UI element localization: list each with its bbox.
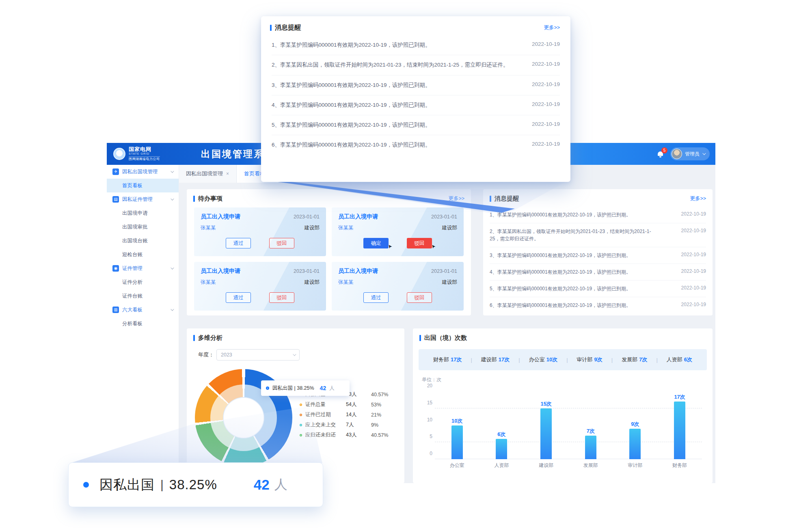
todo-card: 员工出入境申请2023-01-01 张某某建设部 通过 驳回 — [332, 262, 464, 311]
bar-office[interactable]: 10次 — [451, 425, 463, 460]
message-row[interactable]: 1、李某某护照编码000001有效期为2022-10-19，该护照已到期。202… — [490, 207, 706, 223]
message-row[interactable]: 5、李某某护照编码000001有效期为2022-10-19，该护照已到期。202… — [272, 115, 560, 135]
chart-unit-label: 单位：次 — [422, 376, 441, 383]
legend-dot-icon — [300, 414, 302, 416]
sidebar-item-home-board[interactable]: 首页看板 — [107, 179, 179, 192]
message-row[interactable]: 2、李某某因私出国，领取证件开始时间为2021-01-23，结束时间为2021-… — [490, 223, 706, 247]
chevron-down-icon — [293, 352, 296, 356]
sidebar-group-private-cert[interactable]: ▤ 因私证件管理 — [107, 192, 179, 206]
logo-subtitle: STATE GRID — [129, 152, 160, 155]
message-row[interactable]: 4、李某某护照编码000001有效期为2022-10-19，该护照已到期。202… — [490, 264, 706, 281]
legend-item: 应上交未上交7人9% — [300, 420, 388, 430]
bar-development[interactable]: 7次 — [585, 436, 596, 459]
popup-title: 消息提醒 — [275, 24, 301, 32]
messages-panel: 消息提醒 更多>> 1、李某某护照编码000001有效期为2022-10-19，… — [483, 189, 713, 315]
legend-item: 证件总量54人53% — [300, 399, 388, 410]
sidebar-group-six-boards[interactable]: ▥ 六大看板 — [107, 303, 179, 317]
page: 国家电网 STATE GRID 国网湖南省电力公司 出国境管理系统 5 管理员 … — [0, 0, 812, 529]
chart-legend: 因私出国43人40.57% 证件总量54人53% 证件已过期14人21% 应上交… — [300, 389, 388, 440]
bar-audit[interactable]: 9次 — [629, 429, 641, 459]
message-row[interactable]: 3、李某某护照编码000001有效期为2022-10-19，该护照已到期。202… — [490, 247, 706, 264]
ring-icon — [266, 386, 269, 390]
sidebar-item-cert-ledger[interactable]: 证件台账 — [107, 289, 179, 303]
sidebar-group-private-exit[interactable]: ✈ 因私出国境管理 — [107, 165, 179, 179]
todo-panel: 待办事项 更多>> 员工出入境申请2023-01-01 张某某建设部 通过 驳回… — [187, 189, 471, 315]
todo-card: 员工出入境申请2023-01-01 张某某建设部 通过 驳回 — [194, 262, 326, 311]
user-menu[interactable]: 管理员 — [670, 147, 710, 160]
approve-button[interactable]: 通过 — [226, 292, 251, 303]
bar-chart: 0 5 10 15 20 10次办公室 6次人资部 15次建设部 7次发展部 9… — [424, 385, 704, 471]
message-row[interactable]: 3、李某某护照编码000001有效期为2022-10-19，该护照已到期。202… — [272, 76, 560, 95]
title-bar-accent — [193, 196, 195, 202]
confirm-button[interactable]: 确定➤ — [363, 238, 389, 248]
sidebar-item-cert-analysis[interactable]: 证件分析 — [107, 275, 179, 289]
sidebar-item-exit-ledger[interactable]: 出国境台账 — [107, 234, 179, 248]
legend-dot-icon — [300, 424, 302, 426]
messages-popup: 消息提醒 更多>> 1、李某某护照编码000001有效期为2022-10-19，… — [261, 16, 570, 182]
sidebar-group-cert-mgmt[interactable]: ◉ 证件管理 — [107, 261, 179, 275]
message-row[interactable]: 6、李某某护照编码000001有效期为2022-10-19，该护照已到期。202… — [490, 297, 706, 313]
todo-card: 员工出入境申请2023-01-01 张某某建设部 确定➤ 驳回➤ — [332, 207, 464, 256]
close-icon[interactable]: × — [226, 171, 229, 177]
plane-icon: ✈ — [112, 168, 119, 175]
chart-tooltip: 因私出国 | 38.25% 42 人 — [261, 380, 350, 396]
messages-title: 消息提醒 — [495, 195, 519, 203]
reject-button[interactable]: 驳回 — [407, 292, 432, 303]
legend-item: 应归还未归还43人40.57% — [300, 430, 388, 440]
donut-hole — [223, 397, 264, 438]
notification-badge: 5 — [661, 147, 667, 153]
reject-button[interactable]: 驳回 — [269, 292, 294, 303]
logo-title: 国家电网 — [129, 147, 160, 152]
approve-button[interactable]: 通过 — [363, 292, 389, 303]
title-bar-accent — [270, 25, 272, 31]
reject-button[interactable]: 驳回 — [269, 238, 294, 248]
logo-company: 国网湖南省电力公司 — [129, 156, 160, 161]
todo-card: 员工出入境申请2023-01-01 张某某建设部 通过 驳回 — [194, 207, 326, 256]
bar-finance[interactable]: 17次 — [674, 402, 685, 459]
analysis-panel: 多维分析 年度： 2023 因私出国 | 38.25% 42 人 因私出国43人… — [187, 328, 404, 483]
notification-bell-icon[interactable]: 5 — [657, 150, 665, 158]
certificate-icon: ◉ — [112, 265, 119, 272]
legend-dot-icon — [300, 434, 302, 436]
bar-construction[interactable]: 15次 — [540, 408, 552, 459]
dashboard-icon: ▥ — [112, 307, 119, 313]
logo: 国家电网 STATE GRID 国网湖南省电力公司 — [107, 147, 188, 161]
bar-hr[interactable]: 6次 — [496, 439, 507, 459]
legend-item: 证件已过期14人21% — [300, 410, 388, 420]
chevron-down-icon — [702, 151, 706, 155]
mouse-cursor-icon: ➤ — [384, 242, 395, 251]
title-bar-accent — [490, 196, 491, 202]
sidebar-item-analysis-board[interactable]: 分析看板 — [107, 317, 179, 330]
magnified-tooltip-callout: 因私出国 | 38.25% 42 人 — [68, 462, 323, 507]
message-row[interactable]: 5、李某某护照编码000001有效期为2022-10-19，该护照已到期。202… — [490, 281, 706, 297]
approve-button[interactable]: 通过 — [226, 238, 251, 248]
year-select[interactable]: 2023 — [216, 349, 300, 361]
message-row[interactable]: 2、李某某因私出国，领取证件开始时间为2021-01-23，结束时间为2021-… — [272, 55, 560, 75]
sidebar-item-exit-approve[interactable]: 出国境审批 — [107, 220, 179, 234]
sidebar: ✈ 因私出国境管理 首页看板 ▤ 因私证件管理 出国境申请 出国境审批 出国境台… — [107, 165, 179, 483]
message-row[interactable]: 1、李某某护照编码000001有效期为2022-10-19，该护照已到期。202… — [272, 35, 560, 55]
trips-title: 出国（境）次数 — [424, 334, 467, 342]
year-label: 年度： — [198, 351, 214, 358]
message-row[interactable]: 6、李某某护照编码000001有效期为2022-10-19，该护照已到期。202… — [272, 135, 560, 155]
title-bar-accent — [193, 335, 195, 341]
mouse-cursor-icon: ➤ — [428, 242, 438, 251]
trips-panel: 出国（境）次数 财务部17次| 建设部17次| 办公室10次| 审计部9次| 发… — [413, 328, 713, 483]
chevron-down-icon — [171, 307, 174, 311]
chevron-down-icon — [171, 197, 174, 200]
message-row[interactable]: 4、李某某护照编码000001有效期为2022-10-19，该护照已到期。202… — [272, 95, 560, 115]
messages-more-link[interactable]: 更多>> — [690, 195, 706, 202]
todo-title: 待办事项 — [198, 195, 222, 203]
tab-private-exit-mgmt[interactable]: 因私出国境管理× — [179, 165, 237, 183]
chevron-down-icon — [171, 266, 174, 269]
chevron-down-icon — [171, 169, 174, 173]
avatar — [672, 149, 682, 159]
sidebar-item-inspection-ledger[interactable]: 迎检台账 — [107, 248, 179, 261]
sidebar-item-exit-apply[interactable]: 出国境申请 — [107, 206, 179, 220]
reject-button[interactable]: 驳回➤ — [407, 238, 432, 248]
todo-more-link[interactable]: 更多>> — [448, 195, 464, 202]
title-bar-accent — [419, 335, 421, 341]
popup-more-link[interactable]: 更多>> — [544, 24, 560, 31]
department-stats-bar: 财务部17次| 建设部17次| 办公室10次| 审计部9次| 发展部7次| 人资… — [419, 349, 707, 370]
legend-dot-icon — [300, 404, 302, 406]
